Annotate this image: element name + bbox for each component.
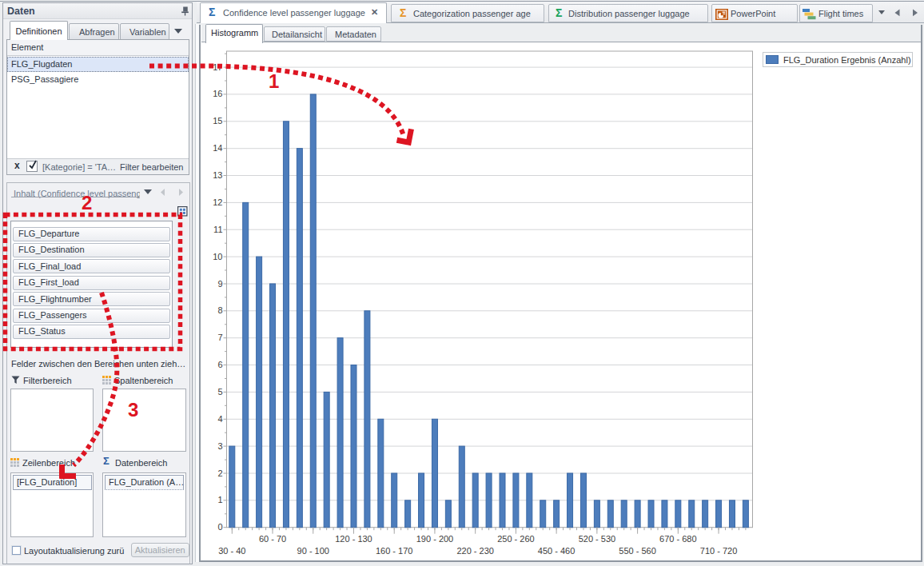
svg-text:1: 1 bbox=[269, 70, 279, 92]
svg-text:3: 3 bbox=[128, 399, 138, 421]
svg-text:2: 2 bbox=[82, 192, 92, 213]
